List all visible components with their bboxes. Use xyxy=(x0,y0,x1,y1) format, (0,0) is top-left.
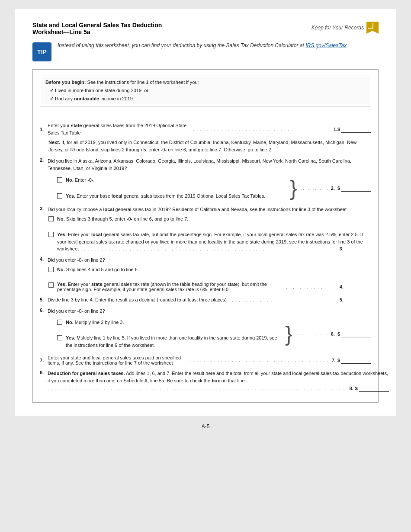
page: State and Local General Sales Tax Deduct… xyxy=(15,9,396,416)
line-7-num: 7. xyxy=(40,358,48,363)
checklist-item-1: Lived in more than one state during 2019… xyxy=(50,87,366,95)
line-7-ref: 7. xyxy=(332,358,336,363)
checklist-item-2: Had any nontaxable income in 2019. xyxy=(50,95,366,103)
page-number: A-5 xyxy=(202,423,210,429)
line-2-num: 2. xyxy=(40,157,48,163)
page-num-text: A-5 xyxy=(202,423,210,429)
line-4-dots-row: Yes. Enter your state general sales tax … xyxy=(57,282,371,292)
line-1-row: 1. Enter your state general sales taxes … xyxy=(40,122,371,136)
line-3-no-checkbox[interactable] xyxy=(48,216,54,221)
line-8-content: Deduction for general sales taxes. Add l… xyxy=(48,370,389,392)
line-3-no-row: No. Skip lines 3 through 5, enter -0- on… xyxy=(48,215,371,223)
line-2-no-checkbox[interactable] xyxy=(57,177,62,183)
line-5-num: 5. xyxy=(40,297,48,302)
line-5-text: Divide line 3 by line 4. Enter the resul… xyxy=(48,297,227,302)
line-6-no-text: No. Multiply line 2 by line 3. xyxy=(66,319,282,326)
checklist: Lived in more than one state during 2019… xyxy=(45,87,366,103)
line-8-dots: . . . . . . . . . . . . . . . . . . . . … xyxy=(48,386,348,391)
line-5-ref: 5. xyxy=(340,297,344,302)
line-4-input[interactable] xyxy=(345,283,371,290)
tip-text-before: Instead of using this worksheet, you can… xyxy=(58,42,305,48)
line-2-ref: 2. xyxy=(331,186,335,191)
line-2-text: Did you live in Alaska, Arizona, Arkansa… xyxy=(48,157,371,172)
line-6-brace-group: No. Multiply line 2 by line 3. Yes. Mult… xyxy=(48,317,371,351)
line-5-item: 5. Divide line 3 by line 4. Enter the re… xyxy=(40,296,371,303)
line-2-input[interactable] xyxy=(341,185,371,192)
header-title: State and Local General Sales Tax Deduct… xyxy=(32,22,162,35)
line-3-yes-text: Yes. Enter your local general sales tax … xyxy=(57,232,363,244)
line-4-dots: . . . . . . . . . . . . xyxy=(286,284,338,289)
line-3-item: 3. Did your locality impose a local gene… xyxy=(40,206,371,252)
line-6-dots-row: . . . . . . . . . . . . . . xyxy=(296,331,328,336)
line-3-yes-checkbox[interactable] xyxy=(48,232,54,237)
header: State and Local General Sales Tax Deduct… xyxy=(32,22,379,35)
line-6-yes-row: Yes. Multiply line 1 by line 5. If you l… xyxy=(57,334,282,349)
keep-records-label: Keep for Your Records xyxy=(311,22,379,34)
line-1-dots: . . . . . . . . . . . . . . . . . . . . … xyxy=(189,127,329,132)
line-7-input-group: $ xyxy=(337,357,371,364)
line-7-row: 7. Enter your state and local general sa… xyxy=(40,355,371,365)
line-8-item: 8. Deduction for general sales taxes. Ad… xyxy=(40,370,371,392)
line-6-yes-checkbox[interactable] xyxy=(57,335,62,340)
line-4-yes-text: Yes. Enter your state general sales tax … xyxy=(57,282,284,292)
line-6-input[interactable] xyxy=(341,330,371,337)
line-6-num: 6. xyxy=(40,308,48,313)
line-3-num: 3. xyxy=(40,206,48,211)
line-4-yes-checkbox[interactable] xyxy=(48,282,54,288)
line-7-dollar: $ xyxy=(337,358,340,363)
line-6-right: } . . . . . . . . . . . . . . 6. $ xyxy=(282,317,371,351)
line-1-num: 1. xyxy=(40,127,48,132)
line-2-options: No. Enter -0-. Yes. Enter your base loca… xyxy=(48,174,286,202)
title-line1: State and Local General Sales Tax Deduct… xyxy=(32,22,162,29)
bookmark-icon xyxy=(366,22,379,34)
line-2-right: } . . . . . . . . . . . . 2. $ xyxy=(286,174,371,202)
line-6-input-group: $ xyxy=(337,330,371,337)
tip-text: Instead of using this worksheet, you can… xyxy=(58,42,348,50)
line-6-no-checkbox[interactable] xyxy=(57,320,62,325)
line-4-no-checkbox[interactable] xyxy=(48,267,54,272)
line-6-dollar: $ xyxy=(337,331,340,337)
line-1-ref: 1. xyxy=(329,127,337,132)
tip-text-end: . xyxy=(347,42,348,48)
line-8-num: 8. xyxy=(40,370,48,375)
line-7-item: 7. Enter your state and local general sa… xyxy=(40,355,371,365)
line-2-dots-row: . . . . . . . . . . . . xyxy=(301,186,328,190)
line-8-input[interactable] xyxy=(359,385,389,392)
line-4-yes-content: Yes. Enter your state general sales tax … xyxy=(57,282,371,292)
keep-records-text: Keep for Your Records xyxy=(311,25,364,31)
line-1-dollar: $ xyxy=(337,127,340,132)
line-4-item: 4. Did you enter -0- on line 2? No. Skip… xyxy=(40,256,371,292)
line-2-no-row: No. Enter -0-. xyxy=(57,176,286,184)
line-7-input[interactable] xyxy=(341,357,371,364)
before-begin-intro: Before you begin: See the instructions f… xyxy=(45,80,366,85)
line-3-input[interactable] xyxy=(345,245,371,252)
line-6-brace: } xyxy=(285,323,292,345)
line-2-dollar: $ xyxy=(337,186,340,191)
before-begin-box: Before you begin: See the instructions f… xyxy=(40,76,371,106)
irs-link[interactable]: IRS.gov/SalesTax xyxy=(305,42,347,48)
line-6-no-row: No. Multiply line 2 by line 3. xyxy=(57,319,282,326)
line-2-brace: } xyxy=(290,177,297,199)
line-8-dots-row: . . . . . . . . . . . . . . . . . . . . … xyxy=(48,385,389,392)
header-right: Keep for Your Records xyxy=(311,22,379,34)
before-begin-description: See the instructions for line 1 of the w… xyxy=(87,80,199,85)
line-4-no-row: No. Skip lines 4 and 5 and go to line 6. xyxy=(48,266,371,273)
line-4-no-text: No. Skip lines 4 and 5 and go to line 6. xyxy=(57,266,371,273)
line-8-ref: 8. xyxy=(350,386,353,391)
line-2-yes-checkbox[interactable] xyxy=(57,193,62,199)
line-5-input[interactable] xyxy=(345,296,371,303)
line-6-yes-text: Yes. Multiply line 1 by line 5. If you l… xyxy=(66,334,282,349)
line-2-yes-text: Yes. Enter your base local general sales… xyxy=(66,192,286,200)
line-7-dots: . . . . . . . . . . . . . . . . . . . . … xyxy=(189,358,330,363)
line-1-next: Next. If, for all of 2019, you lived onl… xyxy=(48,139,371,153)
line-3-yes-content: Yes. Enter your local general sales tax … xyxy=(57,231,371,252)
line-3-yes-row: Yes. Enter your local general sales tax … xyxy=(48,231,371,252)
line-5-dots: . . . . . . . . . . . . . xyxy=(228,297,338,302)
line-5-row: 5. Divide line 3 by line 4. Enter the re… xyxy=(40,296,371,303)
line-3-dots: . . . . . . . . . . . . . . . . . . . . … xyxy=(80,246,338,251)
line-1-text: Enter your state general sales taxes fro… xyxy=(48,122,189,136)
line-1-input-group: $ xyxy=(337,126,371,133)
line-3-no-text: No. Skip lines 3 through 5, enter -0- on… xyxy=(57,215,371,223)
line-1-input[interactable] xyxy=(341,126,371,133)
line-8-input-group: $ xyxy=(355,385,389,392)
